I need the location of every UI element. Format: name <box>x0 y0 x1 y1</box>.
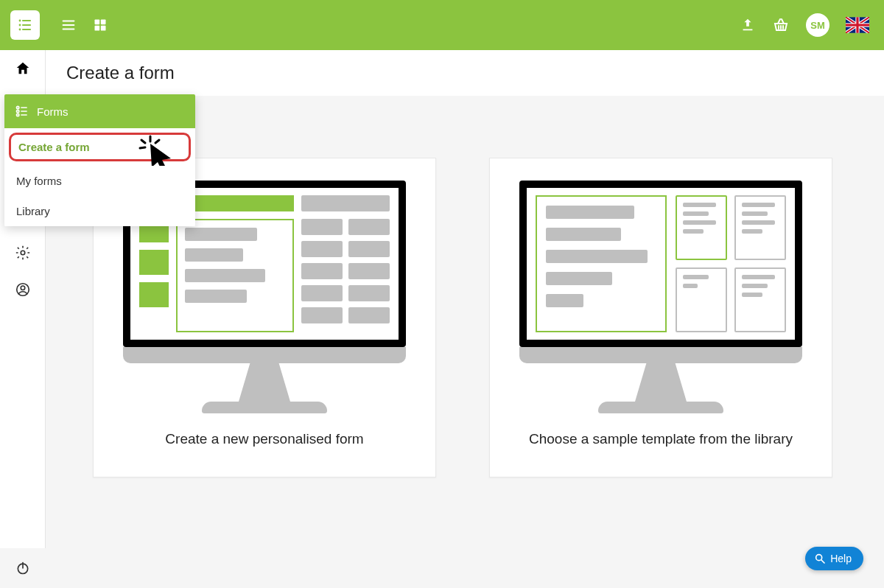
card-caption: Choose a sample template from the librar… <box>529 431 793 447</box>
help-button[interactable]: Help <box>805 547 863 570</box>
help-label: Help <box>830 553 852 564</box>
menu-icon[interactable] <box>60 17 77 33</box>
svg-line-52 <box>141 140 145 143</box>
language-flag-uk[interactable] <box>846 17 869 33</box>
sidebar-item-home[interactable] <box>0 50 46 87</box>
sidebar-item-logout[interactable] <box>0 548 46 588</box>
svg-rect-12 <box>101 26 106 31</box>
top-bar: SM <box>0 0 884 50</box>
svg-point-4 <box>19 29 21 31</box>
svg-point-2 <box>19 24 21 27</box>
upload-icon[interactable] <box>740 17 756 33</box>
flyout-header-label: Forms <box>37 105 69 118</box>
flyout-header: Forms <box>4 94 195 128</box>
flyout-item-label: My forms <box>16 175 62 187</box>
svg-line-56 <box>821 560 824 563</box>
svg-rect-20 <box>846 24 869 26</box>
flyout-item-label: Library <box>16 205 50 217</box>
search-icon <box>814 553 826 564</box>
svg-point-45 <box>17 106 19 108</box>
flyout-item-my-forms[interactable]: My forms <box>4 166 195 196</box>
page-title: Create a form <box>66 63 175 83</box>
svg-point-42 <box>21 286 25 290</box>
svg-line-54 <box>140 147 145 148</box>
user-avatar[interactable]: SM <box>806 13 829 37</box>
basket-icon[interactable] <box>772 16 790 34</box>
svg-point-47 <box>17 110 19 112</box>
card-caption: Create a new personalised form <box>165 431 363 447</box>
card-template-library[interactable]: Choose a sample template from the librar… <box>489 158 832 477</box>
svg-rect-9 <box>95 20 100 25</box>
app-logo[interactable] <box>0 0 50 50</box>
svg-point-0 <box>19 20 21 22</box>
flyout-item-label: Create a form <box>18 141 90 153</box>
forms-icon <box>15 104 29 119</box>
svg-rect-11 <box>95 26 100 31</box>
svg-rect-10 <box>101 20 106 25</box>
svg-line-53 <box>155 140 159 143</box>
svg-point-40 <box>21 251 25 255</box>
page-title-bar: Create a form <box>46 50 884 96</box>
sidebar-flyout: Forms Create a form My forms Library <box>4 94 195 226</box>
cursor-click-icon <box>137 133 180 170</box>
sidebar-item-profile[interactable] <box>0 271 46 308</box>
list-icon <box>10 10 40 40</box>
grid-icon[interactable] <box>93 18 108 32</box>
svg-point-49 <box>17 113 19 116</box>
flyout-item-library[interactable]: Library <box>4 196 195 226</box>
flyout-item-create-form[interactable]: Create a form <box>9 133 191 161</box>
illustration-template-library <box>519 181 802 413</box>
sidebar-item-settings[interactable] <box>0 234 46 271</box>
